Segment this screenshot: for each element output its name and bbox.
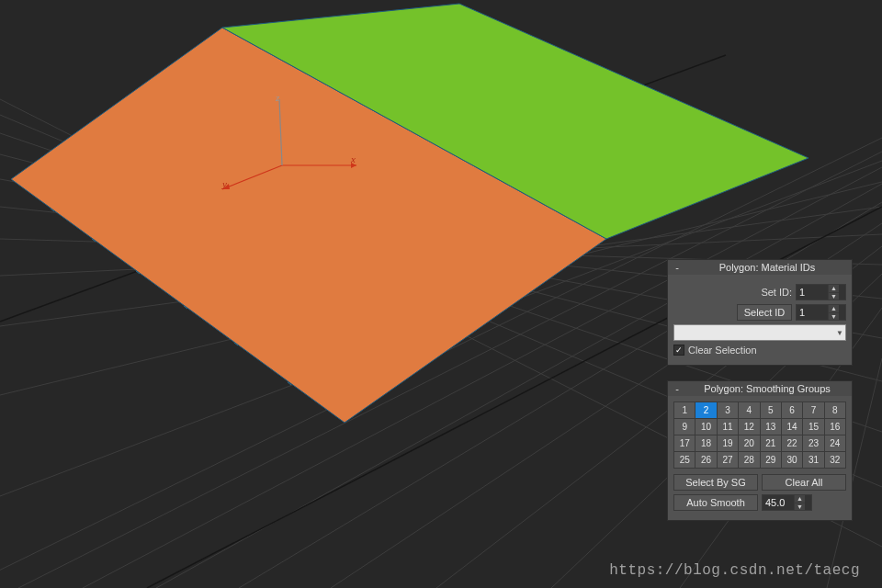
- spinner-down-icon[interactable]: ▼: [795, 503, 805, 511]
- watermark-text: https://blog.csdn.net/taecg: [609, 562, 860, 579]
- spinner-up-icon[interactable]: ▲: [795, 495, 805, 503]
- spinner-up-icon[interactable]: ▲: [829, 285, 839, 293]
- smoothing-group-22[interactable]: 22: [782, 435, 802, 451]
- smoothing-groups-grid[interactable]: 1234567891011121314151617181920212223242…: [673, 401, 846, 469]
- axis-label-z: z: [276, 92, 279, 103]
- smoothing-group-5[interactable]: 5: [761, 402, 781, 418]
- smoothing-group-13[interactable]: 13: [761, 419, 781, 435]
- smoothing-group-15[interactable]: 15: [803, 419, 823, 435]
- smoothing-group-2[interactable]: 2: [695, 402, 716, 418]
- panel-smoothing-groups[interactable]: - Polygon: Smoothing Groups 123456789101…: [667, 380, 853, 521]
- smoothing-group-23[interactable]: 23: [803, 435, 823, 451]
- set-id-input[interactable]: [797, 285, 828, 300]
- select-id-input[interactable]: [797, 305, 828, 320]
- smoothing-group-14[interactable]: 14: [782, 419, 802, 435]
- smoothing-group-12[interactable]: 12: [739, 419, 759, 435]
- select-id-spinner[interactable]: ▲▼: [796, 304, 846, 321]
- smoothing-group-25[interactable]: 25: [674, 452, 695, 468]
- smoothing-group-21[interactable]: 21: [761, 435, 781, 451]
- smoothing-group-31[interactable]: 31: [803, 452, 823, 468]
- spinner-up-icon[interactable]: ▲: [829, 305, 839, 313]
- smoothing-group-8[interactable]: 8: [825, 402, 845, 418]
- clear-all-button[interactable]: Clear All: [762, 474, 846, 491]
- smoothing-group-20[interactable]: 20: [739, 435, 759, 451]
- axis-label-x: x: [351, 153, 356, 164]
- smoothing-group-29[interactable]: 29: [761, 452, 781, 468]
- auto-smooth-button[interactable]: Auto Smooth: [673, 494, 758, 511]
- collapse-button[interactable]: -: [672, 262, 683, 273]
- spinner-down-icon[interactable]: ▼: [829, 293, 839, 300]
- collapse-button[interactable]: -: [672, 383, 683, 394]
- smoothing-group-19[interactable]: 19: [718, 435, 738, 451]
- smoothing-group-24[interactable]: 24: [825, 435, 845, 451]
- smoothing-group-10[interactable]: 10: [695, 419, 716, 435]
- auto-smooth-spinner[interactable]: ▲▼: [762, 494, 812, 511]
- smoothing-group-30[interactable]: 30: [782, 452, 802, 468]
- axis-label-y: y: [222, 178, 227, 189]
- clear-selection-checkbox[interactable]: ✓: [673, 345, 684, 356]
- clear-selection-label: Clear Selection: [688, 345, 757, 356]
- select-by-sg-button[interactable]: Select By SG: [673, 474, 758, 491]
- material-dropdown[interactable]: ▼: [673, 324, 846, 341]
- smoothing-group-27[interactable]: 27: [718, 452, 738, 468]
- smoothing-group-11[interactable]: 11: [718, 419, 738, 435]
- smoothing-group-32[interactable]: 32: [825, 452, 845, 468]
- smoothing-group-26[interactable]: 26: [695, 452, 716, 468]
- auto-smooth-input[interactable]: [763, 495, 794, 510]
- spinner-down-icon[interactable]: ▼: [829, 313, 839, 321]
- smoothing-group-9[interactable]: 9: [674, 419, 695, 435]
- smoothing-group-16[interactable]: 16: [825, 419, 845, 435]
- smoothing-group-18[interactable]: 18: [695, 435, 716, 451]
- smoothing-group-17[interactable]: 17: [674, 435, 695, 451]
- smoothing-group-28[interactable]: 28: [739, 452, 759, 468]
- smoothing-group-6[interactable]: 6: [782, 402, 802, 418]
- panel-title: Polygon: Smoothing Groups: [686, 383, 848, 394]
- panel-title: Polygon: Material IDs: [686, 262, 848, 273]
- chevron-down-icon: ▼: [836, 329, 843, 337]
- select-id-button[interactable]: Select ID: [737, 304, 792, 321]
- set-id-label: Set ID:: [761, 287, 792, 298]
- panel-material-ids[interactable]: - Polygon: Material IDs Set ID: ▲▼ Selec…: [667, 259, 853, 366]
- smoothing-group-4[interactable]: 4: [739, 402, 759, 418]
- smoothing-group-7[interactable]: 7: [803, 402, 823, 418]
- smoothing-group-1[interactable]: 1: [674, 402, 695, 418]
- smoothing-group-3[interactable]: 3: [718, 402, 738, 418]
- set-id-spinner[interactable]: ▲▼: [796, 284, 846, 300]
